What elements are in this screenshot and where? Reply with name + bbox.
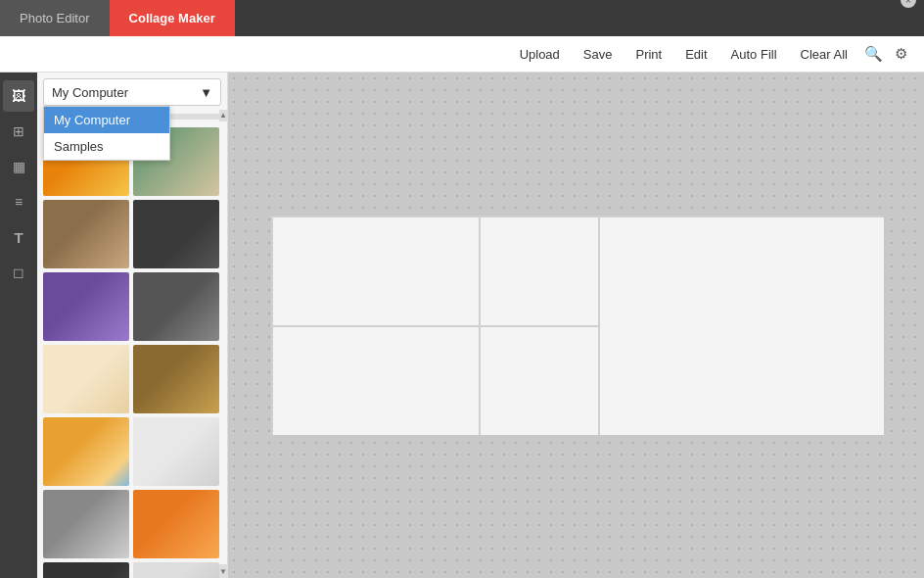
photo-row <box>43 272 221 341</box>
photo-thumb-anchor[interactable] <box>133 562 219 578</box>
photo-row <box>43 417 221 486</box>
dropdown-item-my-computer[interactable]: My Computer <box>44 107 169 133</box>
photo-thumb-chalkboard[interactable] <box>133 200 219 268</box>
photo-thumb-hug[interactable] <box>43 490 129 558</box>
collage-cell-3[interactable] <box>600 217 884 435</box>
text-icon: T <box>14 229 23 246</box>
photo-thumb-dont-grow[interactable] <box>43 272 129 341</box>
scroll-up-arrow[interactable]: ▲ <box>219 108 227 121</box>
toolbar-photos-button[interactable]: 🖼 <box>3 80 34 112</box>
photo-thumb-text1[interactable] <box>133 417 219 486</box>
tab-bar: Photo Editor Collage Maker <box>0 0 924 36</box>
toolbar-table-button[interactable]: ▦ <box>3 151 34 182</box>
collage-cell-2[interactable] <box>481 217 598 325</box>
clearall-button[interactable]: Clear All <box>789 36 859 72</box>
photo-thumb-sunset[interactable] <box>43 417 129 486</box>
dropdown-item-samples[interactable]: Samples <box>44 133 169 160</box>
canvas-area <box>228 72 924 578</box>
photo-thumb-birthday[interactable] <box>43 345 129 413</box>
photo-thumb-cat-dark[interactable] <box>133 272 219 341</box>
photo-thumb-dog[interactable] <box>43 200 129 268</box>
photo-row <box>43 562 221 578</box>
print-button[interactable]: Print <box>624 36 673 72</box>
photo-panel-header: My Computer ▼ My Computer Samples <box>37 72 227 110</box>
photo-grid <box>37 123 227 578</box>
upload-button[interactable]: Upload <box>508 36 572 72</box>
dropdown-chevron-icon: ▼ <box>200 85 212 100</box>
collage-cell-4[interactable] <box>273 327 479 435</box>
tab-photo-editor[interactable]: Photo Editor <box>0 0 110 36</box>
collage-cell-1[interactable] <box>273 217 479 325</box>
left-toolbar: 🖼 ⊞ ▦ ≡ T ◻ <box>0 72 37 578</box>
main-layout: 🖼 ⊞ ▦ ≡ T ◻ ▲ My Computer ▼ <box>0 72 924 578</box>
photos-icon: 🖼 <box>12 88 25 104</box>
photo-thumb-piano[interactable] <box>43 562 129 578</box>
photo-row <box>43 200 221 268</box>
photo-panel: ▲ My Computer ▼ My Computer Samples <box>37 72 228 578</box>
toolbar-grid-button[interactable]: ⊞ <box>3 116 34 147</box>
source-dropdown-menu: My Computer Samples <box>43 106 170 161</box>
source-dropdown-button[interactable]: My Computer ▼ <box>43 78 221 106</box>
photo-thumb-cat-eye[interactable] <box>133 345 219 413</box>
collage-cell-5[interactable] <box>481 327 598 435</box>
toolbar-box-button[interactable]: ◻ <box>3 257 34 288</box>
source-dropdown-wrapper: My Computer ▼ My Computer Samples <box>43 78 221 106</box>
edit-button[interactable]: Edit <box>673 36 718 72</box>
table-icon: ▦ <box>13 159 25 174</box>
tab-collage-maker[interactable]: Collage Maker <box>110 0 235 36</box>
toolbar-lines-button[interactable]: ≡ <box>3 186 34 217</box>
save-button[interactable]: Save <box>572 36 624 72</box>
photo-thumb-orange-cat[interactable] <box>133 490 219 558</box>
nav-bar: Upload Save Print Edit Auto Fill Clear A… <box>0 36 924 72</box>
collage-canvas <box>271 216 882 435</box>
lines-icon: ≡ <box>15 194 23 210</box>
box-icon: ◻ <box>13 265 24 280</box>
photo-row <box>43 490 221 558</box>
autofill-button[interactable]: Auto Fill <box>719 36 789 72</box>
photo-row <box>43 345 221 413</box>
toolbar-text-button[interactable]: T <box>3 221 34 253</box>
search-icon[interactable]: 🔍 <box>859 36 887 72</box>
scroll-down-arrow[interactable]: ▼ <box>219 564 227 578</box>
settings-icon[interactable]: ⚙ <box>887 36 914 72</box>
grid-icon: ⊞ <box>13 123 24 139</box>
